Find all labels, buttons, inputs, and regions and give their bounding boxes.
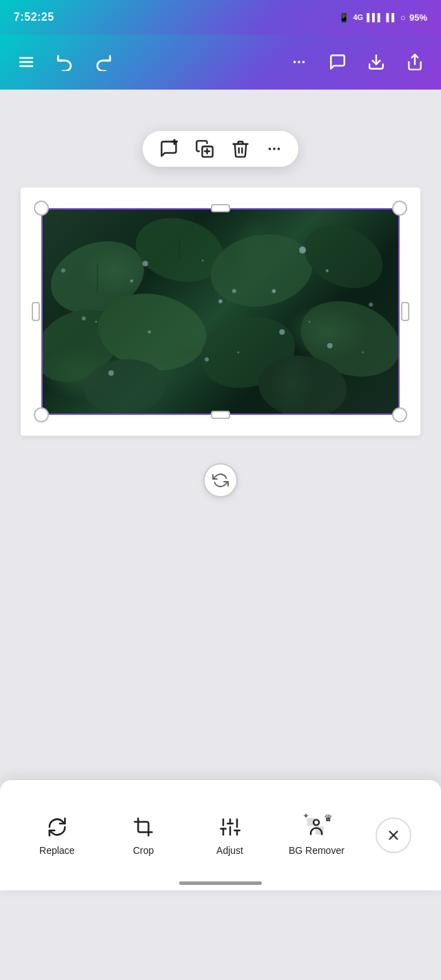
crop-icon (133, 815, 154, 839)
replace-tool[interactable]: Replace (30, 815, 85, 856)
svg-point-21 (92, 285, 212, 378)
svg-point-4 (298, 61, 300, 63)
rotate-button[interactable] (203, 463, 238, 498)
image-canvas[interactable] (21, 187, 420, 436)
crop-tool[interactable]: Crop (116, 815, 171, 856)
handle-bottom-right[interactable] (392, 407, 407, 422)
bg-remover-label: BG Remover (289, 845, 345, 856)
svg-point-35 (369, 303, 373, 307)
redo-button[interactable] (91, 50, 116, 74)
crop-label: Crop (133, 845, 154, 856)
signal-icon: ▌▌▌ (367, 13, 382, 21)
adjust-icon (220, 815, 240, 839)
svg-point-3 (294, 61, 296, 63)
adjust-tool[interactable]: Adjust (203, 815, 258, 856)
svg-point-29 (232, 289, 236, 293)
more-options-float-button[interactable] (267, 141, 282, 156)
svg-point-30 (299, 247, 306, 254)
comment-button[interactable] (325, 50, 350, 74)
toolbar-left (14, 50, 116, 74)
svg-point-23 (290, 288, 398, 390)
leaf-image[interactable] (41, 208, 400, 415)
svg-point-31 (82, 316, 86, 320)
battery-icon: ○ (400, 12, 406, 23)
home-indicator (179, 881, 262, 885)
svg-point-24 (81, 356, 168, 414)
adjust-label: Adjust (216, 845, 243, 856)
bottom-toolbar: Replace Crop (0, 780, 441, 890)
svg-point-17 (129, 210, 231, 292)
duplicate-button[interactable] (195, 139, 214, 159)
svg-point-15 (278, 147, 280, 150)
svg-point-25 (254, 350, 351, 414)
handle-top-right[interactable] (392, 201, 407, 216)
svg-point-22 (193, 307, 303, 398)
svg-point-28 (143, 261, 148, 267)
svg-point-19 (294, 214, 393, 300)
canvas-area: Replace Crop (0, 90, 441, 890)
battery-percentage: 95% (409, 12, 427, 23)
bg-remover-icon: ♛ ✦ (301, 815, 331, 839)
menu-button[interactable] (14, 50, 39, 74)
handle-top[interactable] (211, 204, 230, 212)
svg-point-13 (269, 147, 271, 150)
handle-left[interactable] (32, 302, 40, 321)
more-options-button[interactable] (287, 50, 311, 74)
status-time: 7:52:25 (14, 11, 54, 23)
status-icons: 📱 4G ▌▌▌ ▌▌ ○ 95% (338, 12, 427, 23)
handle-bottom-left[interactable] (34, 407, 49, 422)
svg-point-34 (108, 370, 114, 376)
toolbar-right (287, 50, 427, 74)
handle-bottom[interactable] (211, 411, 230, 419)
svg-point-5 (302, 61, 305, 63)
replace-label: Replace (39, 845, 74, 856)
undo-button[interactable] (52, 50, 77, 74)
svg-point-18 (205, 227, 318, 314)
handle-right[interactable] (401, 302, 409, 321)
svg-point-37 (61, 268, 65, 272)
network-icon: 4G (353, 13, 363, 21)
replace-icon (47, 815, 68, 839)
svg-point-14 (273, 147, 276, 150)
image-container[interactable] (41, 208, 400, 415)
close-button[interactable] (376, 817, 411, 853)
signal-weak-icon: ▌▌ (387, 13, 398, 21)
toolbar (0, 34, 441, 90)
svg-point-16 (43, 229, 154, 326)
status-bar: 7:52:25 📱 4G ▌▌▌ ▌▌ ○ 95% (0, 0, 441, 34)
svg-point-32 (327, 343, 333, 349)
download-button[interactable] (364, 50, 389, 74)
bg-remover-tool[interactable]: ♛ ✦ BG Remover (289, 815, 345, 856)
svg-point-36 (279, 329, 285, 335)
svg-point-33 (205, 357, 209, 361)
device-icon: 📱 (338, 12, 349, 23)
svg-point-20 (43, 295, 132, 396)
handle-top-left[interactable] (34, 201, 49, 216)
share-button[interactable] (402, 50, 427, 74)
delete-button[interactable] (231, 139, 250, 159)
add-comment-button[interactable] (159, 139, 178, 159)
floating-toolbar (143, 131, 298, 167)
